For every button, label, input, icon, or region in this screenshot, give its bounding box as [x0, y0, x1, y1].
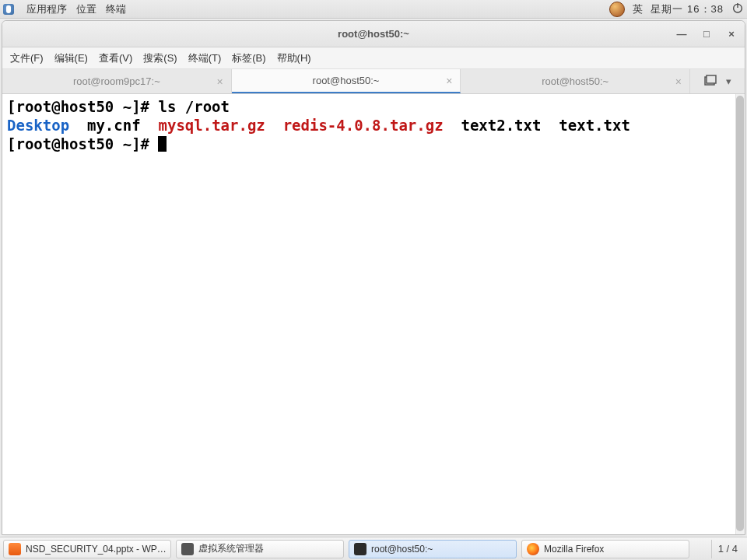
chevron-down-icon[interactable]: ▾ — [726, 75, 731, 87]
terminal-line: [root@host50 ~]# ls /root — [7, 97, 740, 116]
scrollbar-thumb[interactable] — [736, 96, 744, 531]
terminal-line: Desktop my.cnf mysql.tar.gz redis-4.0.8.… — [7, 116, 740, 135]
new-tab-icon[interactable] — [704, 75, 717, 88]
gnome-foot-icon — [3, 4, 14, 15]
menubar: 文件(F) 编辑(E) 查看(V) 搜索(S) 终端(T) 标签(B) 帮助(H… — [2, 47, 745, 69]
ls-entry: text2.txt — [461, 117, 541, 134]
task-item-terminal[interactable]: root@host50:~ — [349, 540, 517, 558]
close-icon[interactable]: × — [675, 75, 682, 88]
ls-entry-archive: mysql.tar.gz — [159, 117, 265, 134]
prompt: [root@host50 ~]# — [7, 135, 158, 152]
task-item-virt-manager[interactable]: 虚拟系统管理器 — [176, 540, 344, 558]
command-text: ls /root — [158, 98, 230, 115]
menu-places[interactable]: 位置 — [76, 2, 96, 16]
tab-2[interactable]: root@host50:~ × — [461, 69, 690, 93]
tab-overflow: ▾ — [690, 69, 745, 93]
menu-view[interactable]: 查看(V) — [96, 50, 135, 67]
menu-terminal[interactable]: 终端(T) — [185, 50, 225, 67]
menu-applications[interactable]: 应用程序 — [26, 2, 67, 16]
menu-edit[interactable]: 编辑(E) — [51, 50, 91, 67]
svg-rect-3 — [707, 75, 716, 83]
ls-entry: text.txt — [559, 117, 630, 134]
task-label: root@host50:~ — [371, 544, 433, 555]
menu-search[interactable]: 搜索(S) — [140, 50, 180, 67]
prompt: [root@host50 ~]# — [7, 98, 158, 115]
close-icon[interactable]: × — [446, 75, 452, 87]
tab-bar: root@room9pc17:~ × root@host50:~ × root@… — [2, 69, 745, 94]
terminal-line: [root@host50 ~]# — [7, 135, 740, 153]
gnome-topbar: 应用程序 位置 终端 英 星期一 16：38 — [0, 0, 747, 19]
close-icon[interactable]: × — [216, 75, 223, 88]
close-button[interactable]: × — [724, 27, 738, 41]
task-item-wps[interactable]: NSD_SECURITY_04.pptx - WP… — [3, 540, 171, 558]
scrollbar[interactable] — [735, 94, 745, 534]
power-icon[interactable] — [731, 2, 744, 16]
tray-update-icon[interactable] — [609, 2, 625, 17]
workspace-indicator[interactable]: 1 / 4 — [711, 540, 744, 558]
menu-tabs[interactable]: 标签(B) — [229, 50, 268, 67]
window-titlebar[interactable]: root@host50:~ — □ × — [2, 21, 745, 47]
virt-manager-icon — [181, 543, 194, 555]
ls-entry-archive: redis-4.0.8.tar.gz — [283, 117, 444, 134]
input-method-indicator[interactable]: 英 — [633, 2, 643, 16]
clock[interactable]: 星期一 16：38 — [651, 2, 724, 16]
topbar-left: 应用程序 位置 终端 — [3, 2, 126, 16]
menu-help[interactable]: 帮助(H) — [274, 50, 314, 67]
window-controls: — □ × — [675, 27, 738, 41]
cursor — [158, 136, 167, 152]
terminal-icon — [354, 543, 366, 555]
maximize-button[interactable]: □ — [700, 27, 714, 41]
taskbar: NSD_SECURITY_04.pptx - WP… 虚拟系统管理器 root@… — [0, 537, 747, 560]
terminal-window: root@host50:~ — □ × 文件(F) 编辑(E) 查看(V) 搜索… — [2, 20, 745, 535]
window-title: root@host50:~ — [338, 28, 409, 40]
tab-label: root@room9pc17:~ — [73, 75, 160, 87]
firefox-icon — [527, 543, 539, 555]
task-label: 虚拟系统管理器 — [198, 542, 264, 555]
tab-0[interactable]: root@room9pc17:~ × — [2, 69, 232, 93]
menu-file[interactable]: 文件(F) — [7, 50, 47, 67]
wps-icon — [9, 543, 21, 555]
ls-entry: my.cnf — [87, 117, 141, 134]
task-label: NSD_SECURITY_04.pptx - WP… — [26, 544, 167, 555]
tab-1[interactable]: root@host50:~ × — [232, 69, 461, 93]
menu-terminal-app[interactable]: 终端 — [106, 2, 126, 16]
minimize-button[interactable]: — — [675, 27, 689, 41]
task-item-firefox[interactable]: Mozilla Firefox — [521, 540, 689, 558]
ls-entry-dir: Desktop — [7, 117, 69, 134]
topbar-right: 英 星期一 16：38 — [609, 2, 744, 17]
terminal-viewport[interactable]: [root@host50 ~]# ls /root Desktop my.cnf… — [2, 94, 745, 534]
tab-label: root@host50:~ — [542, 75, 608, 87]
task-label: Mozilla Firefox — [544, 544, 604, 555]
tab-label: root@host50:~ — [313, 75, 380, 86]
